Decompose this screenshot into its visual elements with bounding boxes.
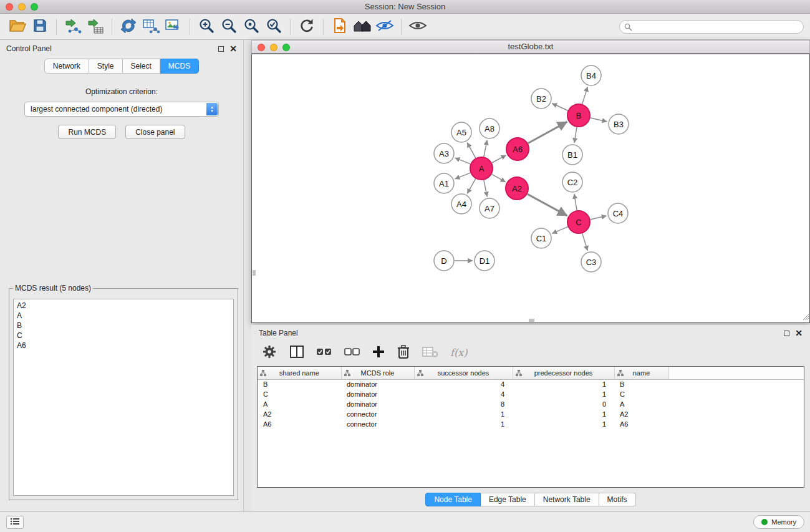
close-table-panel-icon[interactable]: ✕ [795, 330, 803, 336]
refresh-button[interactable] [296, 16, 318, 37]
table-row[interactable]: Bdominator41B [258, 379, 804, 389]
network-overview-button[interactable] [351, 16, 374, 37]
table-cell[interactable]: 1 [513, 419, 614, 429]
column-header-shared-name[interactable]: shared name [258, 367, 341, 379]
tab-mcds[interactable]: MCDS [160, 59, 199, 74]
mcds-result-item[interactable]: A6 [14, 341, 233, 351]
table-cell[interactable]: dominator [341, 389, 414, 399]
mcds-result-item[interactable]: A2 [14, 301, 233, 311]
show-columns-button[interactable] [289, 345, 304, 360]
table-cell[interactable]: A2 [258, 409, 341, 419]
tab-edge-table[interactable]: Edge Table [481, 493, 535, 506]
tab-node-table[interactable]: Node Table [425, 493, 481, 506]
optimization-criterion-dropdown[interactable]: largest connected component (directed) ▲… [24, 102, 219, 117]
mcds-result-item[interactable]: A [14, 311, 233, 321]
task-history-button[interactable] [6, 516, 24, 529]
new-network-table-button[interactable] [140, 16, 162, 37]
table-cell[interactable]: dominator [341, 379, 414, 389]
zoom-network-window-button[interactable] [282, 44, 290, 51]
search-input[interactable] [619, 20, 804, 34]
column-header-predecessor-nodes[interactable]: predecessor nodes [513, 367, 614, 379]
table-cell[interactable]: 1 [513, 409, 614, 419]
mcds-result-item[interactable]: C [14, 331, 233, 341]
tab-motifs[interactable]: Motifs [599, 493, 636, 506]
tab-select[interactable]: Select [123, 59, 160, 74]
edge-A-A6[interactable] [492, 155, 506, 163]
zoom-window-button[interactable] [31, 3, 38, 11]
function-builder-button[interactable]: f(x) [450, 347, 467, 359]
table-cell[interactable]: dominator [341, 399, 414, 409]
table-row[interactable]: Cdominator41C [258, 389, 804, 399]
show-details-button[interactable] [407, 16, 429, 37]
horizontal-scrollbar-thumb[interactable] [529, 319, 534, 322]
table-cell[interactable]: 8 [414, 399, 513, 409]
table-settings-button[interactable] [261, 344, 277, 362]
import-table-file-button[interactable] [84, 16, 107, 37]
vertical-splitter[interactable] [244, 40, 251, 511]
add-column-button[interactable] [372, 346, 385, 360]
table-cell[interactable]: 1 [513, 389, 614, 399]
edge-A-A7[interactable] [484, 180, 487, 197]
table-cell[interactable]: A6 [258, 419, 341, 429]
run-mcds-button[interactable]: Run MCDS [58, 125, 116, 139]
edge-A-A8[interactable] [484, 140, 487, 157]
export-image-button[interactable] [162, 16, 185, 37]
table-cell[interactable]: C [614, 389, 668, 399]
open-file-button[interactable] [6, 16, 29, 37]
close-panel-icon[interactable]: ✕ [229, 46, 237, 52]
table-cell[interactable]: B [258, 379, 341, 389]
resize-grip[interactable] [801, 312, 809, 322]
network-window-titlebar[interactable]: testGlobe.txt [251, 40, 810, 54]
network-canvas[interactable]: B4B2BB3A5A8A6B1A3AC2A1A2A4A7C4CC1DD1C3 [251, 54, 810, 323]
edge-B-B2[interactable] [552, 104, 567, 110]
table-cell[interactable]: 0 [513, 399, 614, 409]
delete-column-button[interactable] [397, 344, 410, 361]
float-table-panel-icon[interactable] [784, 331, 789, 336]
table-row[interactable]: A2connector11A2 [258, 409, 804, 419]
edge-A-A5[interactable] [467, 143, 476, 158]
edge-C-C4[interactable] [591, 216, 607, 220]
edge-A6-B[interactable] [528, 122, 567, 143]
edge-C-C2[interactable] [574, 194, 577, 210]
select-all-columns-button[interactable] [316, 347, 332, 358]
close-panel-button[interactable]: Close panel [125, 125, 185, 139]
table-cell[interactable]: A6 [614, 419, 668, 429]
close-network-window-button[interactable] [258, 44, 265, 51]
zoom-selected-button[interactable] [263, 16, 285, 37]
zoom-in-button[interactable] [195, 16, 218, 37]
delete-table-button[interactable] [422, 346, 438, 360]
edge-B-B1[interactable] [574, 127, 577, 143]
table-cell[interactable]: A [258, 399, 341, 409]
mcds-result-item[interactable]: B [14, 321, 233, 331]
close-window-button[interactable] [6, 3, 13, 11]
edge-B-B3[interactable] [591, 118, 607, 122]
table-cell[interactable]: B [614, 379, 668, 389]
column-header-mcds-role[interactable]: MCDS role [341, 367, 414, 379]
table-row[interactable]: A6connector11A6 [258, 419, 804, 429]
tab-network[interactable]: Network [44, 59, 89, 74]
minimize-window-button[interactable] [18, 3, 26, 11]
zoom-fit-button[interactable] [240, 16, 263, 37]
save-session-button[interactable] [29, 16, 51, 37]
column-header-successor-nodes[interactable]: successor nodes [414, 367, 513, 379]
table-cell[interactable]: 4 [414, 379, 513, 389]
memory-button[interactable]: Memory [753, 515, 804, 529]
edge-A-A1[interactable] [455, 173, 471, 179]
edge-A-A4[interactable] [467, 179, 475, 194]
table-row[interactable]: Adominator80A [258, 399, 804, 409]
table-cell[interactable]: A2 [614, 409, 668, 419]
table-cell[interactable]: connector [341, 409, 414, 419]
open-document-button[interactable] [329, 16, 351, 37]
minimize-network-window-button[interactable] [270, 44, 277, 51]
edge-C-C3[interactable] [582, 233, 588, 251]
main-titlebar[interactable]: Session: New Session [0, 0, 810, 14]
table-cell[interactable]: 1 [513, 379, 614, 389]
import-network-file-button[interactable] [62, 16, 84, 37]
zoom-out-button[interactable] [218, 16, 240, 37]
edge-A-A2[interactable] [492, 174, 506, 181]
tab-network-table[interactable]: Network Table [535, 493, 599, 506]
hide-details-button[interactable] [374, 16, 396, 37]
edge-B-B4[interactable] [582, 87, 588, 104]
table-cell[interactable]: 1 [414, 409, 513, 419]
table-cell[interactable]: 4 [414, 389, 513, 399]
